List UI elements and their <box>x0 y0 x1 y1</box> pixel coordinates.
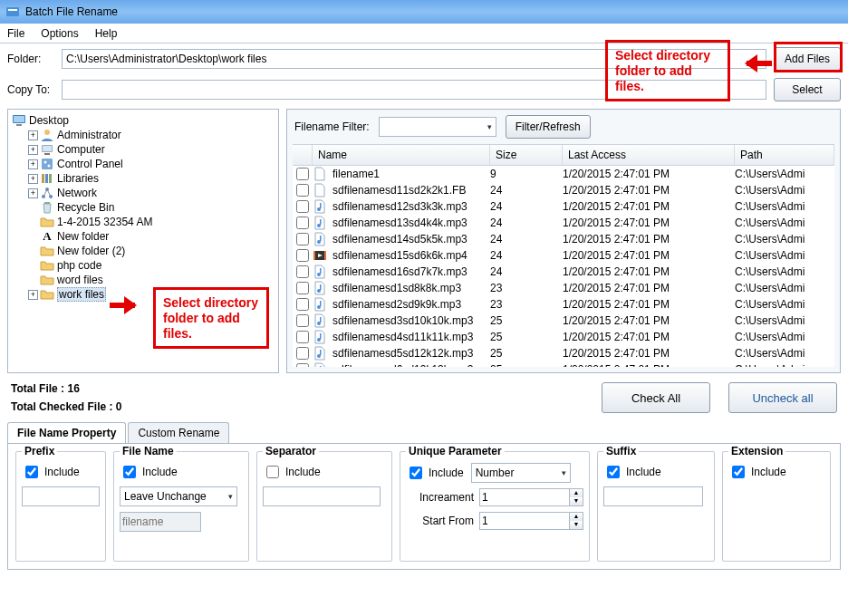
col-name[interactable]: Name <box>313 145 490 165</box>
row-checkbox[interactable] <box>296 265 309 278</box>
file-row[interactable]: sdfilenamesd11sd2k2k1.FB241/20/2015 2:47… <box>293 182 834 198</box>
tree-item[interactable]: +Administrator <box>12 128 275 142</box>
expand-toggle[interactable]: + <box>28 130 38 140</box>
file-row[interactable]: sdfilenamesd2sd9k9k.mp3231/20/2015 2:47:… <box>293 296 834 313</box>
audio-icon <box>313 281 327 295</box>
tree-item[interactable]: Recycle Bin <box>12 200 275 215</box>
separator-include-check[interactable] <box>266 466 279 478</box>
cell-name: sdfilenamesd16sd7k7k.mp3 <box>331 265 490 278</box>
expand-toggle[interactable]: + <box>28 188 38 198</box>
menu-options[interactable]: Options <box>41 27 78 40</box>
row-checkbox[interactable] <box>296 233 309 245</box>
svg-rect-0 <box>6 7 19 16</box>
svg-rect-8 <box>44 153 50 155</box>
tree-item[interactable]: +Libraries <box>12 171 275 186</box>
cell-name: sdfilenamesd12sd3k3k.mp3 <box>331 200 490 213</box>
cell-path: C:\Users\Admi <box>735 217 834 229</box>
window-title: Batch File Rename <box>25 5 118 18</box>
expand-toggle[interactable]: + <box>28 159 38 169</box>
cell-path: C:\Users\Admi <box>735 249 834 262</box>
row-checkbox[interactable] <box>296 168 309 180</box>
col-check[interactable] <box>293 145 313 165</box>
file-row[interactable]: sdfilenamesd16sd7k7k.mp3241/20/2015 2:47… <box>293 264 834 280</box>
cell-name: sdfilenamesd11sd2k2k1.FB <box>331 184 490 197</box>
cell-size: 23 <box>490 282 563 294</box>
tree-item-label: word files <box>57 274 103 286</box>
tree-item[interactable]: 1-4-2015 32354 AM <box>12 215 275 229</box>
menu-help[interactable]: Help <box>95 27 118 40</box>
file-row[interactable]: sdfilenamesd1sd8k8k.mp3231/20/2015 2:47:… <box>293 280 834 296</box>
folder-tree[interactable]: Desktop+Administrator+Computer+Control P… <box>7 109 279 373</box>
tree-root[interactable]: Desktop <box>12 113 275 128</box>
file-list-pane: Filename Filter: Filter/Refresh Name Siz… <box>286 109 841 373</box>
tree-item[interactable]: +Computer <box>12 142 275 157</box>
expand-toggle[interactable]: + <box>28 145 38 155</box>
filter-combo[interactable] <box>379 117 496 137</box>
col-lastaccess[interactable]: Last Access <box>563 145 735 165</box>
user-icon <box>40 128 54 142</box>
tree-item[interactable]: +Network <box>12 186 275 200</box>
separator-input[interactable] <box>263 486 381 506</box>
unique-include-check[interactable] <box>410 467 422 479</box>
tree-item-label: Administrator <box>57 129 121 141</box>
row-checkbox[interactable] <box>296 282 309 294</box>
expand-toggle[interactable]: + <box>28 174 38 184</box>
extension-include-check[interactable] <box>732 466 745 478</box>
uncheck-all-button[interactable]: Uncheck all <box>728 382 837 413</box>
startfrom-spinner[interactable]: ▲▼ <box>479 512 583 530</box>
row-checkbox[interactable] <box>296 298 309 311</box>
filename-mode-combo[interactable]: Leave Unchange <box>120 486 237 506</box>
check-all-button[interactable]: Check All <box>602 382 710 413</box>
file-row[interactable]: sdfilenamesd4sd11k11k.mp3251/20/2015 2:4… <box>293 329 834 345</box>
file-row[interactable]: sdfilenamesd6sd13k13k.mp3251/20/2015 2:4… <box>293 361 834 367</box>
file-row[interactable]: sdfilenamesd5sd12k12k.mp3251/20/2015 2:4… <box>293 345 834 361</box>
svg-point-11 <box>48 165 51 168</box>
row-checkbox[interactable] <box>296 347 309 360</box>
cell-size: 24 <box>490 200 563 213</box>
tab-custom-rename[interactable]: Custom Rename <box>128 422 229 443</box>
file-row[interactable]: sdfilenamesd13sd4k4k.mp3241/20/2015 2:47… <box>293 215 834 231</box>
filter-refresh-button[interactable]: Filter/Refresh <box>506 115 591 139</box>
cell-lastaccess: 1/20/2015 2:47:01 PM <box>563 184 735 197</box>
tree-item[interactable]: php code <box>12 258 275 273</box>
row-checkbox[interactable] <box>296 200 309 213</box>
file-row[interactable]: sdfilenamesd3sd10k10k.mp3251/20/2015 2:4… <box>293 313 834 329</box>
tree-item-label: New folder <box>57 230 109 243</box>
col-path[interactable]: Path <box>735 145 834 165</box>
row-checkbox[interactable] <box>296 249 309 262</box>
audio-icon <box>313 330 327 344</box>
row-checkbox[interactable] <box>296 363 309 367</box>
menu-file[interactable]: File <box>7 27 24 40</box>
svg-rect-27 <box>324 251 326 260</box>
tree-item-label: work files <box>57 287 106 302</box>
prefix-include-check[interactable] <box>25 466 38 478</box>
copyto-label: Copy To: <box>7 83 54 96</box>
row-checkbox[interactable] <box>296 184 309 197</box>
tab-file-name-property[interactable]: File Name Property <box>7 422 126 443</box>
file-row[interactable]: sdfilenamesd14sd5k5k.mp3241/20/2015 2:47… <box>293 231 834 247</box>
folder-icon <box>40 215 54 229</box>
file-row[interactable]: sdfilenamesd12sd3k3k.mp3241/20/2015 2:47… <box>293 198 834 215</box>
suffix-input[interactable] <box>603 486 703 506</box>
svg-rect-3 <box>14 116 24 122</box>
col-size[interactable]: Size <box>490 145 563 165</box>
select-button[interactable]: Select <box>774 78 841 101</box>
file-row[interactable]: sdfilenamesd15sd6k6k.mp4241/20/2015 2:47… <box>293 247 834 264</box>
cell-path: C:\Users\Admi <box>735 298 834 311</box>
unique-type-combo[interactable]: Number <box>471 463 571 483</box>
tree-item[interactable]: word files <box>12 273 275 287</box>
prefix-input[interactable] <box>22 486 100 506</box>
tree-item[interactable]: New folder (2) <box>12 244 275 258</box>
increment-spinner[interactable]: ▲▼ <box>479 488 583 506</box>
expand-toggle[interactable]: + <box>28 290 38 300</box>
row-checkbox[interactable] <box>296 314 309 327</box>
row-checkbox[interactable] <box>296 331 309 343</box>
file-row[interactable]: filename191/20/2015 2:47:01 PMC:\Users\A… <box>293 166 834 182</box>
filename-include-check[interactable] <box>123 466 136 478</box>
tree-item[interactable]: ANew folder <box>12 229 275 244</box>
row-checkbox[interactable] <box>296 217 309 229</box>
startfrom-label: Start From <box>422 515 474 527</box>
suffix-include-check[interactable] <box>607 466 620 478</box>
tree-item[interactable]: +Control Panel <box>12 157 275 171</box>
afile-icon: A <box>40 229 54 244</box>
